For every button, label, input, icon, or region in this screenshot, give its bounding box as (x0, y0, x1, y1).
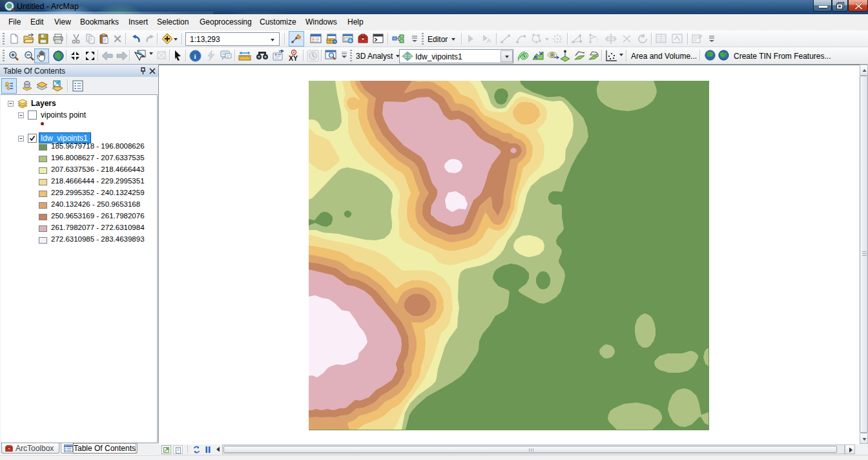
svg-text:XY: XY (289, 54, 298, 62)
svg-text:i: i (194, 52, 196, 60)
svg-text:A: A (487, 37, 491, 43)
